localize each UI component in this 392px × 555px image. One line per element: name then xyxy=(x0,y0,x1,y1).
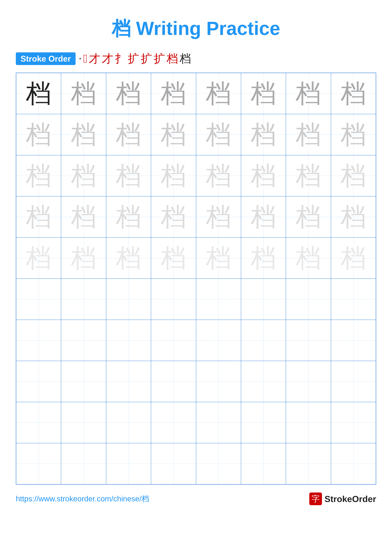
cell-char: 档 xyxy=(206,122,231,147)
grid-cell[interactable]: 档 xyxy=(331,155,376,196)
grid-cell[interactable]: 档 xyxy=(331,114,376,155)
grid-cell[interactable] xyxy=(16,402,61,443)
grid-cell[interactable] xyxy=(241,320,286,361)
grid-cell[interactable]: 档 xyxy=(151,114,196,155)
grid-cell[interactable]: 档 xyxy=(106,155,151,196)
grid-cell[interactable]: 档 xyxy=(331,237,376,279)
cell-char: 档 xyxy=(341,122,366,147)
grid-cell[interactable]: 档 xyxy=(196,237,241,279)
grid-cell[interactable] xyxy=(286,443,331,484)
grid-cell[interactable] xyxy=(196,361,241,402)
grid-cell[interactable]: 档 xyxy=(106,196,151,237)
grid-cell[interactable]: 档 xyxy=(151,155,196,196)
grid-cell[interactable]: 档 xyxy=(196,155,241,196)
cell-char: 档 xyxy=(296,81,321,106)
grid-cell[interactable]: 档 xyxy=(61,155,106,196)
grid-cell[interactable]: 档 xyxy=(286,114,331,155)
grid-cell[interactable]: 档 xyxy=(151,73,196,114)
grid-cell[interactable] xyxy=(106,443,151,484)
grid-cell[interactable]: 档 xyxy=(106,114,151,155)
grid-cell[interactable] xyxy=(61,443,106,484)
grid-cell[interactable] xyxy=(241,361,286,402)
cell-char: 档 xyxy=(251,122,276,147)
cell-char: 档 xyxy=(26,245,51,271)
grid-cell[interactable]: 档 xyxy=(61,114,106,155)
cell-char: 档 xyxy=(296,122,321,147)
grid-cell[interactable] xyxy=(106,361,151,402)
grid-cell[interactable]: 档 xyxy=(106,237,151,279)
grid-cell[interactable] xyxy=(286,402,331,443)
footer-logo: 字 StrokeOrder xyxy=(309,492,376,505)
grid-cell[interactable] xyxy=(331,361,376,402)
grid-cell[interactable] xyxy=(106,279,151,320)
grid-cell[interactable] xyxy=(61,320,106,361)
grid-cell[interactable] xyxy=(331,443,376,484)
grid-cell[interactable]: 档 xyxy=(61,196,106,237)
grid-cell[interactable] xyxy=(16,361,61,402)
grid-cell[interactable] xyxy=(286,361,331,402)
cell-char: 档 xyxy=(161,245,186,271)
grid-cell[interactable]: 档 xyxy=(286,196,331,237)
grid-cell[interactable]: 档 xyxy=(331,196,376,237)
grid-cell[interactable]: 档 xyxy=(331,73,376,114)
grid-cell[interactable]: 档 xyxy=(286,237,331,279)
grid-cell[interactable]: 档 xyxy=(16,73,61,114)
cell-char: 档 xyxy=(341,245,366,271)
grid-cell[interactable] xyxy=(241,279,286,320)
grid-cell[interactable] xyxy=(16,320,61,361)
grid-cell[interactable] xyxy=(196,443,241,484)
cell-char: 档 xyxy=(71,245,96,271)
stroke-seq-3: 才 xyxy=(89,51,100,66)
footer-url[interactable]: https://www.strokeorder.com/chinese/档 xyxy=(16,494,149,504)
grid-cell[interactable] xyxy=(151,402,196,443)
grid-cell[interactable]: 档 xyxy=(241,73,286,114)
cell-char: 档 xyxy=(116,163,141,189)
cell-char: 档 xyxy=(251,204,276,230)
grid-cell[interactable] xyxy=(331,402,376,443)
grid-cell[interactable]: 档 xyxy=(151,237,196,279)
grid-cell[interactable]: 档 xyxy=(61,237,106,279)
grid-cell[interactable] xyxy=(196,320,241,361)
grid-cell[interactable] xyxy=(151,279,196,320)
grid-cell[interactable]: 档 xyxy=(241,237,286,279)
grid-cell[interactable]: 档 xyxy=(151,196,196,237)
cell-char: 档 xyxy=(71,204,96,230)
grid-cell[interactable] xyxy=(241,443,286,484)
grid-cell[interactable]: 档 xyxy=(61,73,106,114)
grid-cell[interactable]: 档 xyxy=(286,155,331,196)
grid-cell[interactable] xyxy=(61,279,106,320)
grid-cell[interactable]: 档 xyxy=(16,196,61,237)
cell-char: 档 xyxy=(71,122,96,147)
grid-cell[interactable] xyxy=(331,320,376,361)
grid-cell[interactable]: 档 xyxy=(16,114,61,155)
grid-cell[interactable]: 档 xyxy=(196,114,241,155)
grid-cell[interactable] xyxy=(286,279,331,320)
grid-cell[interactable]: 档 xyxy=(196,196,241,237)
grid-cell[interactable]: 档 xyxy=(106,73,151,114)
grid-cell[interactable] xyxy=(16,279,61,320)
grid-cell[interactable] xyxy=(241,402,286,443)
cell-char: 档 xyxy=(296,245,321,271)
grid-cell[interactable] xyxy=(61,402,106,443)
grid-cell[interactable]: 档 xyxy=(16,237,61,279)
cell-char: 档 xyxy=(26,81,51,106)
grid-cell[interactable] xyxy=(106,402,151,443)
grid-cell[interactable]: 档 xyxy=(241,196,286,237)
grid-cell[interactable] xyxy=(151,320,196,361)
grid-cell[interactable] xyxy=(16,443,61,484)
grid-cell[interactable] xyxy=(61,361,106,402)
cell-char: 档 xyxy=(341,163,366,189)
grid-cell[interactable]: 档 xyxy=(286,73,331,114)
grid-cell[interactable] xyxy=(196,402,241,443)
grid-cell[interactable] xyxy=(151,443,196,484)
grid-cell[interactable]: 档 xyxy=(16,155,61,196)
grid-cell[interactable] xyxy=(106,320,151,361)
grid-cell[interactable] xyxy=(331,279,376,320)
grid-cell[interactable] xyxy=(286,320,331,361)
grid-cell[interactable]: 档 xyxy=(196,73,241,114)
grid-cell[interactable]: 档 xyxy=(241,114,286,155)
grid-cell[interactable]: 档 xyxy=(241,155,286,196)
grid-cell[interactable] xyxy=(196,279,241,320)
cell-char: 档 xyxy=(251,81,276,106)
grid-cell[interactable] xyxy=(151,361,196,402)
